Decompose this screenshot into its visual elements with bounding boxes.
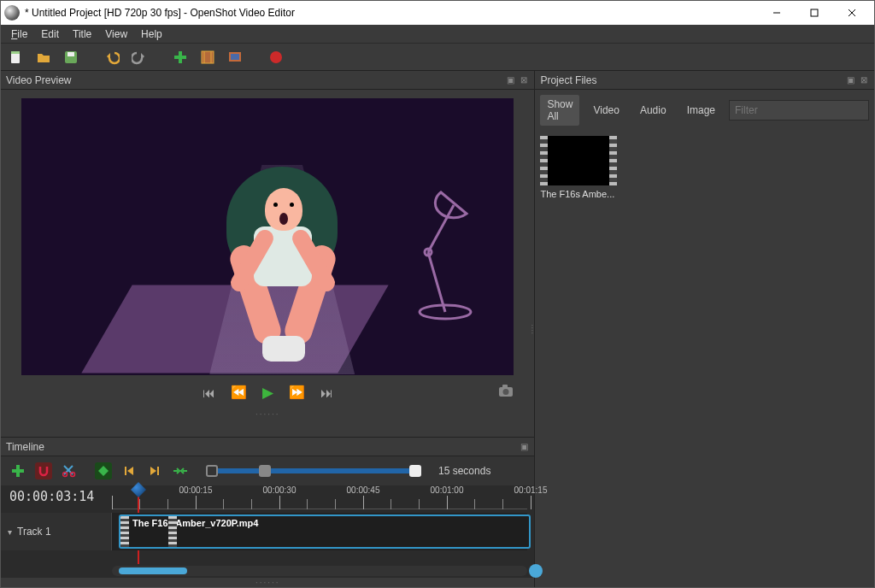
- video-preview-title: Video Preview: [6, 74, 72, 86]
- svg-rect-9: [174, 56, 186, 59]
- menubar: File Edit Title View Help: [1, 25, 874, 44]
- fullscreen-button[interactable]: [226, 49, 244, 66]
- zoom-slider-thumb[interactable]: [259, 465, 271, 477]
- filter-tab-image[interactable]: Image: [680, 101, 722, 120]
- window-minimize-button[interactable]: [758, 1, 796, 25]
- timeline-ruler[interactable]: 00:00:15 00:00:30 00:00:45 00:01:00 00:0…: [112, 485, 527, 509]
- svg-rect-28: [125, 467, 126, 475]
- project-files-filter-input[interactable]: [729, 100, 869, 121]
- zoom-out-cap[interactable]: [409, 465, 421, 477]
- project-file-name: The F16s Ambe...: [540, 189, 622, 199]
- add-marker-button[interactable]: [95, 462, 112, 479]
- snapping-button[interactable]: [35, 462, 52, 479]
- menu-title[interactable]: Title: [66, 26, 98, 42]
- project-files-title: Project Files: [540, 74, 596, 86]
- add-track-button[interactable]: [9, 462, 26, 479]
- main-toolbar: [1, 44, 874, 71]
- window-close-button[interactable]: [833, 1, 871, 25]
- jump-start-button[interactable]: ⏮: [203, 385, 215, 400]
- timeline-panel-header: Timeline ▣: [1, 438, 534, 456]
- filter-tab-audio[interactable]: Audio: [633, 101, 673, 120]
- open-project-button[interactable]: [35, 49, 52, 66]
- preview-resize-grip[interactable]: ······: [255, 409, 280, 419]
- track-1-header[interactable]: ▾ Track 1: [1, 513, 112, 550]
- project-file-thumbnail[interactable]: [540, 136, 617, 185]
- rewind-button[interactable]: ⏪: [231, 385, 247, 400]
- project-files-filter-tabs: Show All Video Audio Image: [535, 90, 874, 131]
- svg-point-23: [503, 389, 509, 395]
- svg-rect-15: [231, 54, 239, 60]
- app-icon: [4, 5, 20, 21]
- video-preview-panel-header: Video Preview ▣ ⊠: [1, 71, 534, 90]
- redo-button[interactable]: [131, 49, 148, 66]
- track-collapse-icon[interactable]: ▾: [8, 527, 12, 537]
- svg-rect-5: [11, 51, 20, 54]
- project-files-panel-header: Project Files ▣ ⊠: [535, 71, 874, 90]
- filter-tab-video[interactable]: Video: [586, 101, 625, 120]
- zoom-in-cap[interactable]: [206, 465, 218, 477]
- zoom-level-label: 15 seconds: [438, 465, 490, 477]
- track-1-clip-area[interactable]: The F16s Amber_v720P.mp4: [112, 513, 527, 550]
- menu-view[interactable]: View: [98, 26, 134, 42]
- center-playhead-button[interactable]: [172, 462, 189, 479]
- new-project-button[interactable]: [8, 49, 25, 66]
- video-preview-close-button[interactable]: ⊠: [519, 75, 529, 85]
- video-preview-undock-button[interactable]: ▣: [505, 75, 515, 85]
- razor-tool-button[interactable]: [61, 462, 78, 479]
- fast-forward-button[interactable]: ⏩: [289, 385, 305, 400]
- import-files-button[interactable]: [172, 49, 189, 66]
- svg-rect-7: [68, 52, 74, 56]
- undo-button[interactable]: [103, 49, 120, 66]
- preview-transport-controls: ⏮ ⏪ ▶ ⏩ ⏭: [9, 375, 526, 409]
- snapshot-button[interactable]: [498, 384, 514, 401]
- window-maximize-button[interactable]: [796, 1, 833, 25]
- menu-help[interactable]: Help: [134, 26, 169, 42]
- svg-point-16: [270, 51, 282, 63]
- lamp-illustration: [394, 175, 479, 332]
- preview-canvas[interactable]: [21, 98, 514, 375]
- project-files-close-button[interactable]: ⊠: [859, 75, 869, 85]
- window-titlebar: * Untitled Project [HD 720p 30 fps] - Op…: [1, 1, 874, 25]
- previous-marker-button[interactable]: [120, 462, 138, 479]
- timeline-title: Timeline: [6, 441, 44, 453]
- save-project-button[interactable]: [62, 49, 79, 66]
- timeline-body[interactable]: 00:00:03:14 00:00:15 00:00:30 00:00:45 0…: [1, 485, 534, 578]
- play-button[interactable]: ▶: [262, 384, 273, 402]
- timeline-zoom-slider[interactable]: [211, 468, 416, 473]
- project-file-item[interactable]: The F16s Ambe...: [540, 136, 625, 199]
- menu-edit[interactable]: Edit: [34, 26, 66, 42]
- track-1-row: ▾ Track 1 The F16s Amber_v720P.mp4: [1, 513, 527, 550]
- timeline-resize-grip[interactable]: ······: [1, 578, 534, 587]
- clip-the-f16s[interactable]: The F16s Amber_v720P.mp4: [119, 514, 531, 549]
- project-files-grid[interactable]: The F16s Ambe...: [535, 131, 874, 204]
- svg-rect-1: [811, 9, 818, 16]
- timeline-scrollbar[interactable]: [112, 566, 527, 576]
- video-preview-area: ⏮ ⏪ ▶ ⏩ ⏭ ······: [1, 90, 534, 437]
- track-1-label: Track 1: [17, 526, 51, 538]
- project-files-undock-button[interactable]: ▣: [845, 75, 855, 85]
- svg-rect-29: [157, 467, 159, 475]
- filter-tab-show-all[interactable]: Show All: [540, 95, 579, 126]
- export-video-button[interactable]: [267, 49, 285, 66]
- menu-file[interactable]: File: [4, 26, 34, 42]
- window-title: * Untitled Project [HD 720p 30 fps] - Op…: [25, 7, 758, 19]
- next-marker-button[interactable]: [146, 462, 163, 479]
- svg-rect-10: [202, 51, 214, 63]
- timeline-toolbar: 15 seconds: [1, 456, 534, 485]
- timeline-undock-button[interactable]: ▣: [519, 442, 529, 452]
- jump-end-button[interactable]: ⏭: [320, 385, 333, 400]
- choose-profile-button[interactable]: [199, 49, 216, 66]
- svg-line-18: [428, 252, 445, 312]
- panel-split-grip[interactable]: ····: [531, 324, 533, 334]
- svg-rect-25: [12, 469, 24, 473]
- svg-rect-22: [502, 385, 508, 388]
- timeline-current-time: 00:00:03:14: [9, 489, 94, 504]
- clip-label: The F16s Amber_v720P.mp4: [129, 516, 261, 530]
